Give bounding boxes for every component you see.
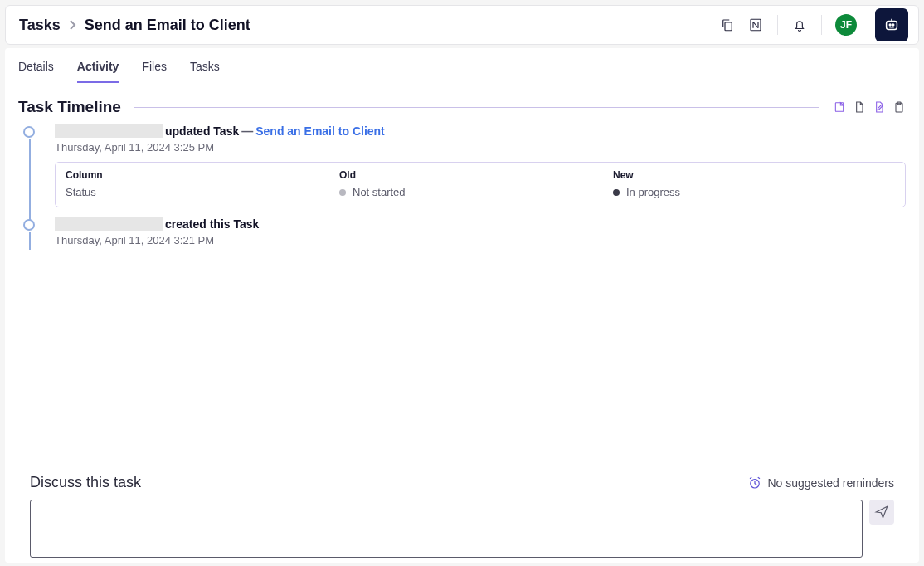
section-actions: [833, 100, 906, 114]
change-old-value: Not started: [353, 186, 406, 198]
comment-input[interactable]: [30, 500, 863, 558]
chevron-right-icon: [69, 20, 76, 30]
change-column: Status: [66, 186, 339, 198]
change-new-value: In progress: [626, 186, 680, 198]
timeline-connector: [29, 232, 31, 250]
tab-details[interactable]: Details: [18, 60, 54, 83]
timeline-dot-icon: [23, 126, 35, 138]
send-button[interactable]: [869, 500, 894, 525]
status-dot-icon: [613, 189, 620, 196]
timeline-action: updated Task: [165, 124, 239, 138]
breadcrumb: Tasks Send an Email to Client: [19, 17, 250, 34]
discuss-section: Discuss this task No suggested reminders: [30, 474, 894, 558]
tabs: Details Activity Files Tasks: [5, 48, 919, 83]
user-name-redacted: [55, 124, 163, 138]
page-title: Send an Email to Client: [85, 17, 250, 34]
reminders-text: No suggested reminders: [767, 476, 894, 490]
svg-point-4: [892, 24, 894, 26]
note-add-icon[interactable]: [833, 100, 846, 114]
assistant-button[interactable]: [875, 8, 908, 41]
timeline-connector: [29, 139, 31, 221]
change-table: Column Old New Status Not started In pro…: [55, 162, 906, 207]
dash-separator: —: [241, 124, 253, 138]
timeline-item: updated Task — Send an Email to Client T…: [55, 124, 906, 207]
divider: [821, 15, 822, 35]
timeline-action: created this Task: [165, 217, 259, 231]
col-head-new: New: [613, 169, 895, 181]
content-area: Details Activity Files Tasks Task Timeli…: [5, 48, 919, 563]
file-edit-icon[interactable]: [873, 100, 886, 114]
file-download-icon[interactable]: [853, 100, 866, 114]
tab-files[interactable]: Files: [142, 60, 167, 83]
copy-icon[interactable]: [719, 17, 736, 33]
tab-activity[interactable]: Activity: [77, 60, 119, 83]
notion-icon[interactable]: [747, 17, 764, 33]
suggested-reminders[interactable]: No suggested reminders: [747, 476, 894, 490]
section-title: Task Timeline: [18, 98, 121, 116]
header-actions: JF: [719, 8, 908, 41]
bell-icon[interactable]: [791, 17, 808, 33]
alarm-clock-icon: [747, 476, 762, 490]
svg-rect-0: [725, 22, 732, 31]
timeline-heading: updated Task — Send an Email to Client: [55, 124, 906, 138]
clipboard-icon[interactable]: [892, 100, 906, 114]
comment-composer: [30, 500, 894, 558]
timeline-timestamp: Thursday, April 11, 2024 3:21 PM: [55, 234, 906, 246]
svg-rect-2: [887, 21, 897, 29]
timeline: updated Task — Send an Email to Client T…: [5, 124, 919, 246]
timeline-heading: created this Task: [55, 217, 906, 231]
breadcrumb-root[interactable]: Tasks: [19, 17, 61, 34]
discuss-title: Discuss this task: [30, 474, 141, 491]
timeline-item: created this Task Thursday, April 11, 20…: [55, 217, 906, 246]
avatar[interactable]: JF: [835, 14, 857, 36]
col-head-column: Column: [66, 169, 339, 181]
page-header: Tasks Send an Email to Client JF: [5, 5, 919, 45]
divider-line: [134, 107, 819, 108]
divider: [777, 15, 778, 35]
timeline-timestamp: Thursday, April 11, 2024 3:25 PM: [55, 141, 906, 154]
user-name-redacted: [55, 217, 163, 231]
svg-point-3: [889, 24, 891, 26]
col-head-old: Old: [339, 169, 613, 181]
tab-tasks[interactable]: Tasks: [190, 60, 220, 83]
section-header: Task Timeline: [5, 83, 919, 124]
status-dot-icon: [339, 189, 346, 196]
timeline-dot-icon: [23, 219, 35, 231]
task-link[interactable]: Send an Email to Client: [255, 124, 385, 138]
